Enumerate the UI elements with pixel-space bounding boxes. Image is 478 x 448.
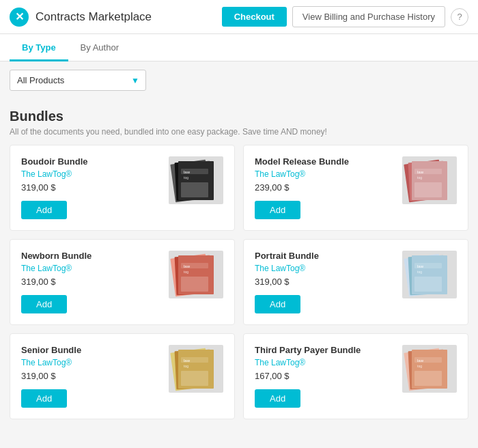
product-price: 167,00 $ — [255, 371, 402, 381]
product-info: Portrait Bundle The LawTog® 319,00 $ Add — [255, 251, 402, 313]
app-title: Contracts Marketplace — [36, 10, 222, 24]
svg-rect-34 — [181, 371, 208, 386]
add-button[interactable]: Add — [255, 389, 300, 408]
add-button[interactable]: Add — [21, 389, 67, 408]
add-button[interactable]: Add — [21, 201, 67, 219]
svg-text:tog: tog — [417, 270, 422, 274]
product-thumbnail: law tog — [402, 156, 457, 204]
product-filter-wrapper: All ProductsBundlesIndividual Contracts … — [10, 70, 146, 91]
product-info: Senior Bundle The LawTog® 319,00 $ Add — [21, 345, 169, 408]
svg-rect-20 — [181, 277, 208, 292]
svg-text:law: law — [184, 359, 191, 363]
checkout-button[interactable]: Checkout — [222, 7, 287, 27]
product-thumbnail: law tog — [169, 345, 223, 393]
product-grid: Boudoir Bundle The LawTog® 319,00 $ Add … — [10, 145, 468, 419]
add-button[interactable]: Add — [21, 295, 67, 313]
help-button[interactable]: ? — [451, 8, 468, 26]
product-info: Boudoir Bundle The LawTog® 319,00 $ Add — [21, 156, 169, 219]
product-info: Newborn Bundle The LawTog® 319,00 $ Add — [21, 251, 169, 313]
product-filter-select[interactable]: All ProductsBundlesIndividual Contracts — [10, 70, 146, 91]
svg-text:tog: tog — [417, 176, 422, 180]
product-name: Boudoir Bundle — [21, 156, 169, 167]
logo-symbol: ✕ — [15, 12, 24, 23]
product-price: 319,00 $ — [21, 277, 169, 287]
svg-rect-41 — [414, 371, 442, 386]
product-price: 319,00 $ — [21, 371, 169, 381]
svg-rect-13 — [414, 182, 442, 197]
svg-text:law: law — [417, 359, 424, 363]
header: ✕ Contracts Marketplace Checkout View Bi… — [0, 0, 478, 34]
tabs-bar: By Type By Author — [0, 34, 478, 61]
svg-text:law: law — [417, 170, 424, 174]
svg-text:tog: tog — [184, 364, 188, 368]
bundles-section-desc: All of the documents you need, bundled i… — [10, 127, 468, 137]
product-thumbnail: law tog — [402, 345, 457, 393]
product-info: Model Release Bundle The LawTog® 239,00 … — [255, 156, 402, 219]
product-card: Boudoir Bundle The LawTog® 319,00 $ Add … — [10, 145, 235, 231]
product-card: Third Party Payer Bundle The LawTog® 167… — [243, 333, 468, 419]
product-thumbnail: law tog — [402, 251, 457, 298]
main-content: Bundles All of the documents you need, b… — [0, 109, 478, 429]
svg-text:tog: tog — [184, 270, 188, 274]
bundles-section-title: Bundles — [10, 109, 468, 124]
product-name: Portrait Bundle — [255, 251, 402, 261]
svg-text:law: law — [184, 170, 191, 174]
filter-bar: All ProductsBundlesIndividual Contracts … — [0, 61, 478, 99]
product-card: Model Release Bundle The LawTog® 239,00 … — [243, 145, 468, 231]
product-card: Portrait Bundle The LawTog® 319,00 $ Add… — [243, 239, 468, 325]
product-price: 319,00 $ — [255, 277, 402, 287]
billing-button[interactable]: View Billing and Purchase History — [292, 6, 445, 27]
product-author: The LawTog® — [255, 264, 402, 273]
product-name: Newborn Bundle — [21, 251, 169, 261]
svg-rect-27 — [414, 277, 442, 292]
product-price: 239,00 $ — [255, 182, 402, 193]
product-author: The LawTog® — [21, 264, 169, 273]
product-card: Newborn Bundle The LawTog® 319,00 $ Add … — [10, 239, 235, 325]
product-name: Model Release Bundle — [255, 156, 402, 167]
product-thumbnail: law tog — [169, 251, 223, 298]
header-actions: Checkout View Billing and Purchase Histo… — [222, 6, 468, 27]
svg-text:law: law — [417, 264, 424, 268]
product-name: Third Party Payer Bundle — [255, 345, 402, 355]
svg-text:tog: tog — [184, 176, 188, 180]
add-button[interactable]: Add — [255, 201, 300, 219]
add-button[interactable]: Add — [255, 295, 300, 313]
logo-icon: ✕ — [10, 8, 29, 27]
tab-by-author[interactable]: By Author — [68, 34, 131, 61]
svg-rect-6 — [181, 182, 208, 197]
product-card: Senior Bundle The LawTog® 319,00 $ Add l… — [10, 333, 235, 419]
product-author: The LawTog® — [255, 169, 402, 179]
product-author: The LawTog® — [21, 358, 169, 367]
product-author: The LawTog® — [21, 169, 169, 179]
svg-text:tog: tog — [417, 364, 422, 368]
svg-text:law: law — [184, 264, 191, 268]
product-thumbnail: law tog — [169, 156, 223, 204]
product-author: The LawTog® — [255, 358, 402, 367]
product-info: Third Party Payer Bundle The LawTog® 167… — [255, 345, 402, 408]
product-name: Senior Bundle — [21, 345, 169, 355]
product-price: 319,00 $ — [21, 182, 169, 193]
tab-by-type[interactable]: By Type — [10, 34, 68, 61]
